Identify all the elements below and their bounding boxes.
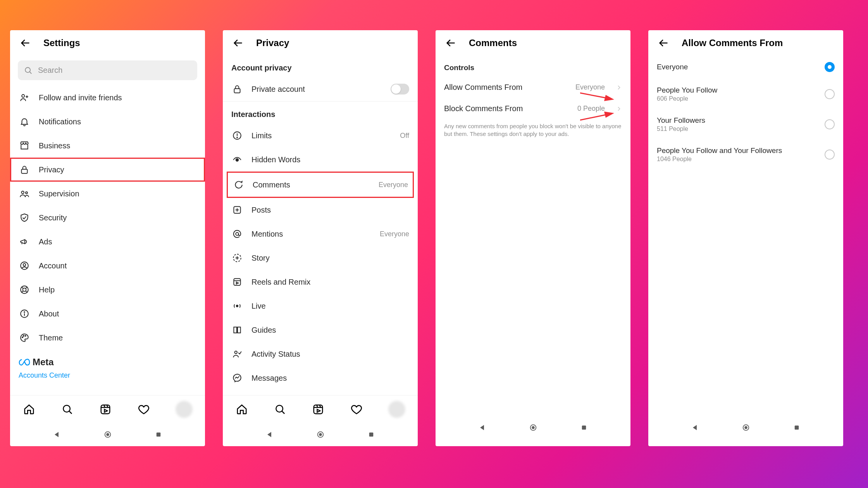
page-title: Privacy <box>256 38 289 48</box>
meta-infinity-icon <box>19 358 30 366</box>
private-account-row[interactable]: Private account <box>223 77 418 101</box>
android-home-icon[interactable] <box>741 423 751 432</box>
block-comments-row[interactable]: Block Comments From 0 People <box>436 98 630 119</box>
allow-comments-value: Everyone <box>575 83 605 91</box>
home-icon[interactable] <box>235 403 248 416</box>
privacy-item-activity-status[interactable]: Activity Status <box>223 342 418 366</box>
search-input[interactable]: Search <box>18 60 197 80</box>
block-comments-value: 0 People <box>577 105 605 113</box>
warning-circle-icon <box>231 130 243 141</box>
back-arrow-icon[interactable] <box>231 36 245 50</box>
radio-everyone[interactable]: Everyone <box>648 55 843 79</box>
settings-item-label: Security <box>39 213 196 222</box>
radio-people-you-follow[interactable]: People You Follow 606 People <box>648 79 843 109</box>
back-arrow-icon[interactable] <box>19 36 32 50</box>
android-recent-icon[interactable] <box>154 430 163 439</box>
back-arrow-icon[interactable] <box>444 36 457 50</box>
settings-item-account[interactable]: Account <box>10 254 205 278</box>
radio-indicator[interactable] <box>825 89 835 99</box>
profile-avatar[interactable] <box>388 401 405 418</box>
settings-item-label: Help <box>39 285 196 294</box>
svg-point-52 <box>235 351 238 354</box>
privacy-item-hidden-words[interactable]: Hidden Words <box>223 148 418 172</box>
reels-nav-icon[interactable] <box>99 403 112 416</box>
reels-nav-icon[interactable] <box>312 403 325 416</box>
android-back-icon[interactable] <box>52 430 61 439</box>
radio-your-followers[interactable]: Your Followers 511 People <box>648 109 843 139</box>
search-nav-icon[interactable] <box>61 403 74 416</box>
radio-indicator[interactable] <box>825 119 835 129</box>
radio-indicator[interactable] <box>825 149 835 160</box>
story-plus-icon <box>231 252 243 264</box>
android-home-icon[interactable] <box>529 423 538 432</box>
search-nav-icon[interactable] <box>274 403 287 416</box>
android-recent-icon[interactable] <box>367 430 376 439</box>
privacy-item-story[interactable]: Story <box>223 246 418 270</box>
reels-icon <box>231 276 243 288</box>
android-recent-icon[interactable] <box>579 423 589 432</box>
back-arrow-icon[interactable] <box>657 36 670 50</box>
at-icon <box>231 228 243 240</box>
heart-nav-icon[interactable] <box>137 403 150 416</box>
privacy-item-label: Activity Status <box>251 350 409 359</box>
android-back-icon[interactable] <box>265 430 274 439</box>
privacy-item-live[interactable]: Live <box>223 294 418 318</box>
svg-point-71 <box>532 426 534 429</box>
svg-point-22 <box>25 335 26 336</box>
android-home-icon[interactable] <box>316 430 325 439</box>
svg-line-54 <box>282 411 284 414</box>
android-home-icon[interactable] <box>103 430 112 439</box>
private-account-toggle[interactable] <box>391 84 409 95</box>
privacy-item-guides[interactable]: Guides <box>223 318 418 342</box>
radio-both[interactable]: People You Follow and Your Followers 104… <box>648 139 843 170</box>
helper-text: Any new comments from people you block w… <box>436 119 630 138</box>
settings-item-label: Business <box>39 141 196 150</box>
privacy-item-limits[interactable]: Limits Off <box>223 124 418 148</box>
android-back-icon[interactable] <box>690 423 699 432</box>
settings-item-business[interactable]: Business <box>10 134 205 158</box>
privacy-item-reels-remix[interactable]: Reels and Remix <box>223 270 418 294</box>
settings-item-label: Privacy <box>39 165 196 174</box>
activity-icon <box>231 348 243 360</box>
topbar: Privacy <box>223 30 418 55</box>
svg-marker-74 <box>693 425 697 430</box>
privacy-item-trail: Everyone <box>380 230 409 238</box>
radio-option-label: Everyone <box>657 63 688 71</box>
android-back-icon[interactable] <box>477 423 487 432</box>
settings-item-supervision[interactable]: Supervision <box>10 182 205 206</box>
page-title: Settings <box>43 38 80 48</box>
svg-point-53 <box>276 405 283 412</box>
privacy-item-comments[interactable]: Comments Everyone <box>228 173 413 197</box>
settings-item-security[interactable]: Security <box>10 206 205 230</box>
heart-nav-icon[interactable] <box>350 403 363 416</box>
privacy-item-label: Guides <box>251 326 409 335</box>
settings-item-theme[interactable]: Theme <box>10 326 205 350</box>
privacy-item-label: Hidden Words <box>251 155 409 164</box>
topbar: Allow Comments From <box>648 30 843 55</box>
radio-indicator[interactable] <box>825 62 835 72</box>
people-icon <box>19 188 30 199</box>
settings-item-about[interactable]: About <box>10 302 205 326</box>
meta-brand-text: Meta <box>33 357 54 368</box>
settings-item-ads[interactable]: Ads <box>10 230 205 254</box>
lock-icon <box>19 164 30 175</box>
android-recent-icon[interactable] <box>792 423 801 432</box>
svg-point-19 <box>24 312 25 313</box>
allow-comments-row[interactable]: Allow Comments From Everyone <box>436 77 630 98</box>
settings-item-follow-invite[interactable]: Follow and invite friends <box>10 86 205 110</box>
settings-item-label: Ads <box>39 237 196 246</box>
privacy-item-label: Limits <box>251 131 391 140</box>
plus-square-icon <box>231 204 243 216</box>
accounts-center-link[interactable]: Accounts Center <box>19 368 196 380</box>
settings-item-privacy[interactable]: Privacy <box>10 158 205 182</box>
home-icon[interactable] <box>22 403 36 416</box>
svg-point-7 <box>21 191 24 194</box>
info-icon <box>19 308 30 320</box>
privacy-item-mentions[interactable]: Mentions Everyone <box>223 222 418 246</box>
profile-avatar[interactable] <box>176 401 193 418</box>
svg-line-2 <box>30 72 32 74</box>
privacy-item-posts[interactable]: Posts <box>223 198 418 222</box>
settings-item-notifications[interactable]: Notifications <box>10 110 205 134</box>
settings-item-help[interactable]: Help <box>10 278 205 302</box>
privacy-item-messages[interactable]: Messages <box>223 366 418 390</box>
